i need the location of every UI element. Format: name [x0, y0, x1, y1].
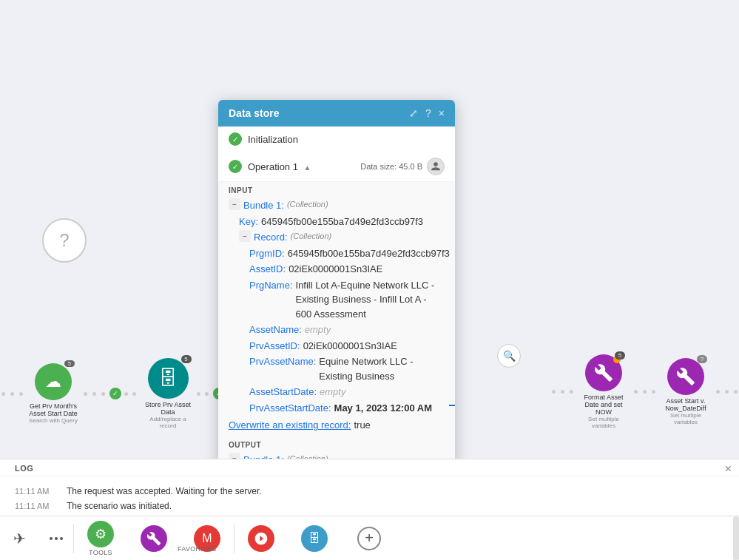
- prvassetid-row: PrvAssetID: 02iEk0000001Sn3IAE: [229, 338, 445, 354]
- assetid-row: AssetID: 02iEk0000001Sn3IAE: [229, 261, 445, 277]
- node-asset-start-datediff[interactable]: ? Asset Start v. Now_DateDiff Set multip…: [660, 358, 712, 425]
- overwrite-label[interactable]: Overwrite an existing record:: [229, 418, 351, 433]
- prvassetstartdate-key: PrvAssetStartDate:: [249, 401, 331, 416]
- help-button[interactable]: ?: [425, 107, 431, 119]
- log-time-2: 11:11 AM: [15, 502, 59, 510]
- help-node[interactable]: ?: [42, 218, 87, 263]
- log-close-button[interactable]: ×: [725, 462, 732, 476]
- expand-button[interactable]: ⤢: [409, 107, 418, 119]
- record-collapse[interactable]: −: [239, 230, 251, 242]
- prvassetname-key: PrvAssetName:: [249, 354, 316, 369]
- bundle1-key-row: Key: 645945fb00e155ba7d49e2fd3ccb97f3: [229, 214, 445, 230]
- assetname-key: AssetName:: [249, 323, 302, 337]
- prvassetname-row: PrvAssetName: Equine Network LLC - Exist…: [229, 354, 445, 384]
- input-label: INPUT: [229, 186, 445, 195]
- operation-arrow: ▲: [304, 163, 311, 172]
- close-button[interactable]: ×: [439, 107, 445, 119]
- record-type: (Collection): [291, 230, 332, 243]
- node-format-asset-date[interactable]: 5 Format Asset Date and set NOW Set mult…: [578, 354, 630, 429]
- prvassetstartdate-row: PrvAssetStartDate: May 1, 2023 12:00 AM: [229, 400, 445, 416]
- key-value: 645945fb00e155ba7d49e2fd3ccb97f3: [261, 215, 423, 229]
- log-time-1: 11:11 AM: [15, 487, 59, 496]
- scrollbar[interactable]: [733, 516, 739, 560]
- log-entry-1: 11:11 AM The request was accepted. Waiti…: [0, 484, 739, 499]
- initialization-check: ✓: [229, 132, 242, 146]
- initialization-label: Initialization: [248, 134, 298, 145]
- record-label: Record:: [254, 230, 288, 245]
- workflow-right: 5 Format Asset Date and set NOW Set mult…: [550, 354, 739, 429]
- favorite-1[interactable]: [234, 516, 288, 560]
- modal-body: ✓ Initialization ✓ Operation 1 ▲ Data si…: [218, 126, 455, 467]
- modal-title: Data store: [229, 107, 279, 119]
- bundle1-key: Bundle 1:: [243, 198, 284, 213]
- add-button[interactable]: +: [344, 516, 394, 560]
- prvassetid-key: PrvAssetID:: [249, 339, 300, 354]
- data-size-info: Data size: 45.0 B: [360, 158, 445, 175]
- initialization-section: ✓ Initialization: [218, 126, 455, 152]
- record-row: − Record: (Collection): [229, 229, 445, 246]
- modal-header-icons: ⤢ ? ×: [409, 107, 445, 119]
- operation-label: Operation 1 ▲: [248, 161, 311, 172]
- node-store-asset-data[interactable]: 🗄 5 Store Prv Asset Data Add/replace a r…: [142, 358, 194, 429]
- log-message-2: The scenario was initiated.: [67, 501, 172, 511]
- log-tab-label: LOG: [0, 459, 739, 476]
- bottom-toolbar: ✈ ⚙ TOOLS M: [0, 516, 739, 560]
- assetstartdate-key: AssetStartDate:: [249, 385, 317, 399]
- bundle1-type: (Collection): [287, 198, 328, 211]
- favorite-2[interactable]: 🗄: [288, 516, 341, 560]
- operation-row[interactable]: ✓ Operation 1 ▲ Data size: 45.0 B: [218, 152, 455, 182]
- prgname-row: PrgName: Infill Lot A-Equine Network LLC…: [229, 277, 445, 323]
- prgname-key: PrgName:: [249, 278, 293, 293]
- tools-label: TOOLS: [89, 549, 112, 556]
- tools-button[interactable]: ⚙ TOOLS: [74, 516, 127, 560]
- overwrite-row: Overwrite an existing record: true: [229, 417, 445, 434]
- assetstartdate-row: AssetStartDate: empty: [229, 384, 445, 400]
- bundle1-collapse[interactable]: −: [229, 198, 240, 210]
- modal-header: Data store ⤢ ? ×: [218, 100, 455, 126]
- input-section: INPUT − Bundle 1: (Collection) Key: 6459…: [218, 182, 455, 436]
- workflow-left: ☁ 5 Get Prv Month's Asset Start Date Sea…: [0, 358, 225, 429]
- bundle1-row: − Bundle 1: (Collection): [229, 198, 445, 214]
- arrow-indicator: [449, 402, 455, 409]
- assetid-key: AssetID:: [249, 262, 286, 277]
- log-panel: × LOG 11:11 AM The request was accepted.…: [0, 459, 739, 516]
- assetname-row: AssetName: empty: [229, 322, 445, 338]
- prgmid-row: PrgmID: 645945fb00e155ba7d49e2fd3ccb97f3: [229, 246, 445, 262]
- magnifier-button[interactable]: 🔍: [497, 344, 521, 368]
- search-icon: 🔍: [503, 350, 516, 362]
- log-message-1: The request was accepted. Waiting for th…: [67, 486, 262, 496]
- data-avatar: [427, 158, 445, 175]
- add-icon[interactable]: +: [357, 527, 381, 550]
- key-label: Key:: [239, 215, 258, 229]
- log-entry-2: 11:11 AM The scenario was initiated.: [0, 499, 739, 513]
- overwrite-value: true: [354, 418, 370, 433]
- output-label: OUTPUT: [229, 441, 445, 449]
- prgmid-key: PrgmID:: [249, 246, 285, 261]
- canvas: ? 🔍 ☁ 5 Get Prv Month's Asset Start Date…: [0, 0, 739, 459]
- data-store-modal: Data store ⤢ ? × ✓ Initialization ✓ Oper…: [218, 100, 455, 467]
- favorites-label: FAVORITES: [178, 545, 217, 556]
- favorites-section: 🗄 FAVORITES: [234, 516, 341, 560]
- data-size-label: Data size: 45.0 B: [360, 162, 422, 171]
- more-options-button[interactable]: [39, 516, 73, 560]
- toolbar-purple-node[interactable]: [127, 516, 180, 560]
- node-get-asset-start-date[interactable]: ☁ 5 Get Prv Month's Asset Start Date Sea…: [27, 363, 79, 424]
- operation-check: ✓: [229, 160, 242, 173]
- run-button[interactable]: ✈: [0, 516, 39, 560]
